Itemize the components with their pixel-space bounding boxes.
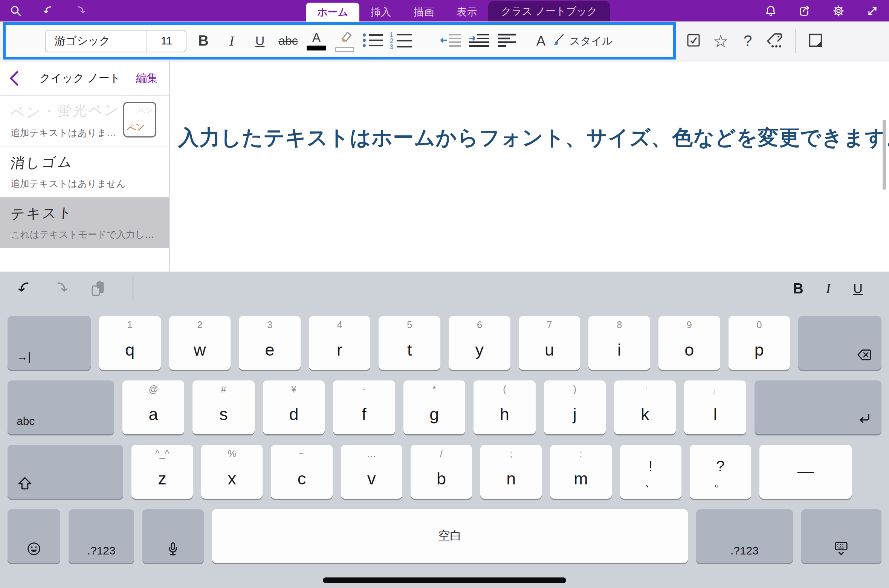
keyboard-row-1: →|1q2w3e4r5t6y7u8i9o0p <box>8 316 881 370</box>
key-w[interactable]: 2w <box>169 316 231 370</box>
home-indicator[interactable] <box>323 577 566 583</box>
key-shift[interactable] <box>8 445 123 499</box>
numbered-list-icon: 1 2 3 <box>390 31 412 51</box>
key-o[interactable]: 9o <box>658 316 720 370</box>
key-x[interactable]: %x <box>201 445 263 499</box>
key-f[interactable]: -f <box>333 380 395 434</box>
page-list: ペン・蛍光ペン追加テキストはありま…ペンペン消しゴム追加テキストはありませんテキ… <box>0 96 169 248</box>
settings-gear-icon[interactable] <box>831 3 846 18</box>
question-mark-icon: ? <box>744 32 752 49</box>
kb-redo-icon[interactable] <box>53 280 70 297</box>
key-emoji[interactable] <box>8 509 60 563</box>
note-body-text[interactable]: 入力したテキストはホームからフォント、サイズ、色などを変更できます。 <box>178 124 889 152</box>
key-return[interactable] <box>755 380 881 434</box>
undo-icon[interactable] <box>41 3 56 18</box>
strikethrough-button[interactable]: abc <box>276 26 300 57</box>
edit-button[interactable]: 編集 <box>136 71 160 86</box>
tab-class-notebook[interactable]: クラス ノートブック <box>488 1 610 21</box>
kb-paste-icon[interactable] <box>90 280 107 297</box>
custom-tag-button[interactable] <box>764 26 786 57</box>
page-list-sidebar: クイック ノート 編集 ペン・蛍光ペン追加テキストはありま…ペンペン消しゴム追加… <box>0 61 170 272</box>
numbered-list-button[interactable]: 1 2 3 <box>390 26 413 57</box>
sidebar-item-note-text[interactable]: テキストこれはテキストモードで入力し… <box>0 197 169 248</box>
mic-icon <box>142 541 203 557</box>
underline-button[interactable]: U <box>248 26 272 57</box>
key-exclamation-comma[interactable]: !、 <box>620 445 681 499</box>
key-n[interactable]: ;n <box>480 445 542 499</box>
key-l[interactable]: 」l <box>684 380 746 434</box>
key-mic[interactable] <box>142 509 203 563</box>
kb-italic-button[interactable]: I <box>826 281 831 296</box>
italic-button[interactable]: I <box>220 26 243 57</box>
styles-button[interactable]: A スタイル <box>536 26 613 57</box>
home-ribbon-group: 游ゴシック 11 B I U abc A <box>3 22 676 60</box>
key-e[interactable]: 3e <box>239 316 301 370</box>
important-star-button[interactable]: ☆ <box>710 26 732 57</box>
bullet-list-button[interactable] <box>361 26 385 57</box>
key-j[interactable]: )j <box>544 380 606 434</box>
key-s[interactable]: #s <box>192 380 254 434</box>
onscreen-keyboard: B I U →|1q2w3e4r5t6y7u8i9o0pabc@a#s¥d-f*… <box>0 272 889 588</box>
key-d[interactable]: ¥d <box>263 380 325 434</box>
key-c[interactable]: ~c <box>271 445 332 499</box>
key-y[interactable]: 6y <box>449 316 510 370</box>
key-k[interactable]: 「k <box>614 380 676 434</box>
key-r[interactable]: 4r <box>309 316 371 370</box>
bold-button[interactable]: B <box>192 26 215 57</box>
key-backspace[interactable] <box>798 316 881 370</box>
highlighter-button[interactable] <box>333 26 356 57</box>
tab-view[interactable]: 表示 <box>445 3 488 21</box>
key-numbers-right[interactable]: .?123 <box>696 509 793 563</box>
todo-checkbox-button[interactable] <box>683 26 704 57</box>
outdent-button[interactable] <box>439 26 462 57</box>
key-dash[interactable]: — <box>759 445 852 499</box>
key-p[interactable]: 0p <box>729 316 790 370</box>
fullscreen-expand-icon[interactable] <box>865 3 880 18</box>
page-note-button[interactable] <box>805 26 826 57</box>
onenote-app: ホーム挿入描画表示クラス ノートブック <box>0 0 889 588</box>
key-tab[interactable]: →| <box>8 316 91 370</box>
tab-draw[interactable]: 描画 <box>402 3 445 21</box>
tab-insert[interactable]: 挿入 <box>359 3 402 21</box>
key-v[interactable]: …v <box>341 445 402 499</box>
key-b[interactable]: /b <box>411 445 472 499</box>
key-i[interactable]: 8i <box>588 316 650 370</box>
note-canvas[interactable]: 入力したテキストはホームからフォント、サイズ、色などを変更できます。 <box>170 61 889 272</box>
key-g[interactable]: *g <box>403 380 465 434</box>
key-u[interactable]: 7u <box>519 316 580 370</box>
font-size-select[interactable]: 11 <box>147 31 186 52</box>
sidebar-item-note-pen-highlighter[interactable]: ペン・蛍光ペン追加テキストはありま…ペンペン <box>0 96 169 147</box>
redo-icon[interactable] <box>73 3 88 18</box>
font-name-select[interactable]: 游ゴシック <box>46 31 147 52</box>
kb-underline-button[interactable]: U <box>853 281 863 296</box>
sidebar-title: クイック ノート <box>24 71 136 86</box>
key-m[interactable]: :m <box>550 445 611 499</box>
key-numbers-left[interactable]: .?123 <box>69 509 134 563</box>
notifications-bell-icon[interactable] <box>763 3 778 18</box>
search-icon[interactable] <box>8 3 23 18</box>
key-a[interactable]: @a <box>122 380 184 434</box>
canvas-scrollbar[interactable] <box>883 120 886 190</box>
svg-text:3: 3 <box>390 43 393 49</box>
kb-bold-button[interactable]: B <box>793 281 803 297</box>
key-h[interactable]: (h <box>474 380 535 434</box>
sidebar-item-note-eraser[interactable]: 消しゴム追加テキストはありません <box>0 147 169 197</box>
keyboard-toolbar-left <box>16 272 133 305</box>
tab-home[interactable]: ホーム <box>306 3 359 21</box>
key-q[interactable]: 1q <box>99 316 161 370</box>
key-dismiss[interactable] <box>801 509 881 563</box>
page-title: ペン・蛍光ペン <box>10 100 121 122</box>
font-color-button[interactable]: A <box>305 26 328 57</box>
key-abc[interactable]: abc <box>8 380 114 434</box>
outdent-icon <box>439 32 462 50</box>
question-tag-button[interactable]: ? <box>737 26 759 57</box>
back-chevron-icon[interactable] <box>9 70 24 87</box>
kb-undo-icon[interactable] <box>16 280 33 297</box>
share-icon[interactable] <box>797 3 812 18</box>
indent-button[interactable] <box>467 26 490 57</box>
key-question-period[interactable]: ?。 <box>690 445 751 499</box>
alignment-button[interactable] <box>495 26 519 57</box>
key-space[interactable]: 空白 <box>212 509 688 563</box>
key-z[interactable]: ^_^z <box>131 445 193 499</box>
key-t[interactable]: 5t <box>379 316 440 370</box>
